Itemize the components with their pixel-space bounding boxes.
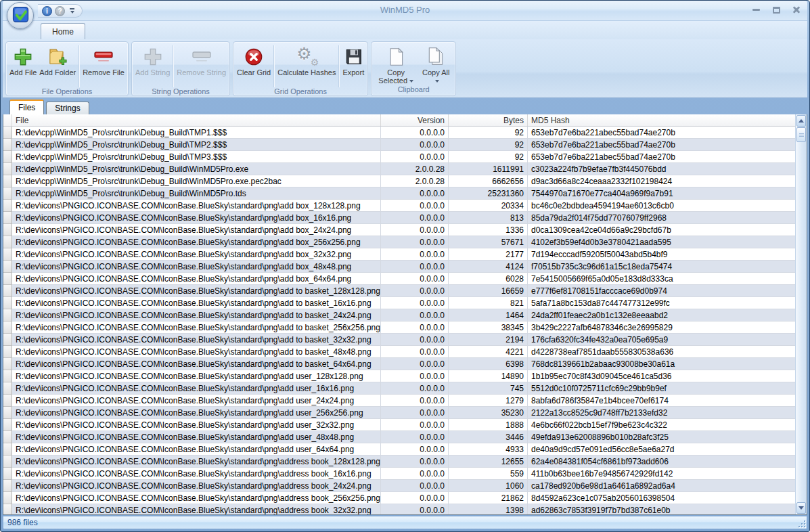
- file-cell: R:\dev\cpp\WinMD5_Pro\src\trunk\Debug_Bu…: [12, 127, 381, 139]
- table-row[interactable]: R:\dev\icons\PNGICO.ICONBASE.COM\IconBas…: [3, 443, 795, 456]
- file-cell: R:\dev\cpp\WinMD5_Pro\src\trunk\Debug_Bu…: [12, 163, 381, 175]
- table-row[interactable]: R:\dev\icons\PNGICO.ICONBASE.COM\IconBas…: [3, 297, 795, 309]
- table-row[interactable]: R:\dev\cpp\WinMD5_Pro\src\trunk\Debug_Bu…: [3, 187, 795, 200]
- copy-all-button[interactable]: Copy All: [418, 43, 453, 85]
- table-row[interactable]: R:\dev\icons\PNGICO.ICONBASE.COM\IconBas…: [3, 419, 795, 431]
- add-folder-button[interactable]: Add Folder: [38, 43, 77, 85]
- remove-string-button[interactable]: Remove String: [175, 43, 227, 85]
- bytes-cell: 1279: [449, 395, 528, 407]
- table-row[interactable]: R:\dev\cpp\WinMD5_Pro\src\trunk\Debug_Bu…: [3, 139, 795, 151]
- table-row[interactable]: R:\dev\icons\PNGICO.ICONBASE.COM\IconBas…: [3, 200, 795, 212]
- table-row[interactable]: R:\dev\icons\PNGICO.ICONBASE.COM\IconBas…: [3, 273, 795, 285]
- hash-cell: 8abfa6d786f35847e1b4bcee70ef6174: [528, 395, 795, 407]
- clear-grid-button[interactable]: Clear Grid: [235, 43, 272, 85]
- table-row[interactable]: R:\dev\icons\PNGICO.ICONBASE.COM\IconBas…: [3, 480, 795, 492]
- separator: [78, 45, 80, 87]
- scroll-down-button[interactable]: [796, 502, 806, 514]
- table-row[interactable]: R:\dev\icons\PNGICO.ICONBASE.COM\IconBas…: [3, 395, 795, 407]
- green-plus-icon: [13, 45, 33, 68]
- bytes-cell: 1398: [449, 504, 528, 514]
- table-row[interactable]: R:\dev\icons\PNGICO.ICONBASE.COM\IconBas…: [3, 285, 795, 297]
- table-row[interactable]: R:\dev\icons\PNGICO.ICONBASE.COM\IconBas…: [3, 322, 795, 334]
- table-row[interactable]: R:\dev\icons\PNGICO.ICONBASE.COM\IconBas…: [3, 492, 795, 504]
- row-header-cell: [3, 504, 12, 514]
- add-string-button[interactable]: Add String: [134, 43, 171, 85]
- table-row[interactable]: R:\dev\icons\PNGICO.ICONBASE.COM\IconBas…: [3, 468, 795, 480]
- version-cell: 0.0.0.0: [381, 285, 449, 297]
- close-button[interactable]: [791, 5, 802, 14]
- tab-home[interactable]: Home: [41, 23, 85, 39]
- column-header-bytes[interactable]: Bytes: [449, 114, 528, 126]
- version-cell: 0.0.0.0: [381, 370, 449, 382]
- row-header-cell: [3, 370, 12, 382]
- calculate-hashes-button[interactable]: ⚙⚙ Calculate Hashes: [276, 43, 337, 85]
- table-row[interactable]: R:\dev\icons\PNGICO.ICONBASE.COM\IconBas…: [3, 334, 795, 346]
- bytes-cell: 14890: [449, 370, 528, 382]
- hash-cell: 24da2ff01feaec2a0b1c132e8eeaabd2: [528, 309, 795, 322]
- minimize-button[interactable]: [750, 5, 761, 14]
- vertical-scrollbar[interactable]: [795, 114, 807, 514]
- table-row[interactable]: R:\dev\cpp\WinMD5_Pro\src\trunk\Debug_Bu…: [3, 151, 795, 163]
- table-row[interactable]: R:\dev\icons\PNGICO.ICONBASE.COM\IconBas…: [3, 236, 795, 248]
- group-file-operations: Add File Add Folder Remove File File Ope…: [5, 41, 129, 96]
- table-row[interactable]: R:\dev\icons\PNGICO.ICONBASE.COM\IconBas…: [3, 224, 795, 236]
- table-row[interactable]: R:\dev\icons\PNGICO.ICONBASE.COM\IconBas…: [3, 370, 795, 382]
- hash-cell: 653eb7d7e6ba221abec55bad74ae270b: [528, 151, 795, 163]
- row-header-cell: [3, 346, 12, 358]
- tab-files[interactable]: Files: [9, 99, 44, 114]
- resize-grip[interactable]: [798, 520, 805, 527]
- copy-selected-button[interactable]: Copy Selected: [374, 43, 418, 85]
- bytes-cell: 38345: [449, 322, 528, 334]
- separator: [338, 45, 340, 87]
- file-cell: R:\dev\icons\PNGICO.ICONBASE.COM\IconBas…: [12, 334, 381, 346]
- file-cell: R:\dev\icons\PNGICO.ICONBASE.COM\IconBas…: [12, 200, 381, 212]
- column-header-file[interactable]: File: [12, 114, 381, 126]
- separator: [173, 45, 174, 87]
- gears-icon: ⚙⚙: [296, 45, 317, 68]
- scrollbar-thumb[interactable]: [796, 127, 806, 142]
- version-cell: 0.0.0.0: [381, 127, 449, 139]
- table-row[interactable]: R:\dev\icons\PNGICO.ICONBASE.COM\IconBas…: [3, 382, 795, 395]
- group-title: String Operations: [132, 87, 229, 97]
- folder-plus-icon: [47, 45, 68, 68]
- table-row[interactable]: R:\dev\icons\PNGICO.ICONBASE.COM\IconBas…: [3, 456, 795, 468]
- table-row[interactable]: R:\dev\icons\PNGICO.ICONBASE.COM\IconBas…: [3, 309, 795, 322]
- version-cell: 2.0.0.28: [381, 175, 449, 187]
- bytes-cell: 745: [449, 382, 528, 395]
- table-row[interactable]: R:\dev\icons\PNGICO.ICONBASE.COM\IconBas…: [3, 261, 795, 273]
- title-bar[interactable]: i ? WinMD5 Pro: [3, 1, 807, 21]
- hash-cell: 176cfa6320fc34fe432a0ea705e695a9: [528, 334, 795, 346]
- table-row[interactable]: R:\dev\icons\PNGICO.ICONBASE.COM\IconBas…: [3, 431, 795, 443]
- application-menu-button[interactable]: [7, 2, 34, 29]
- version-cell: 0.0.0.0: [381, 236, 449, 248]
- table-row[interactable]: R:\dev\cpp\WinMD5_Pro\src\trunk\Debug_Bu…: [3, 175, 795, 187]
- table-row[interactable]: R:\dev\icons\PNGICO.ICONBASE.COM\IconBas…: [3, 212, 795, 224]
- scroll-up-button[interactable]: [796, 115, 806, 127]
- add-file-button[interactable]: Add File: [8, 43, 38, 85]
- column-header-md5[interactable]: MD5 Hash: [528, 114, 795, 126]
- export-button[interactable]: Export: [341, 43, 365, 85]
- table-row[interactable]: R:\dev\icons\PNGICO.ICONBASE.COM\IconBas…: [3, 358, 795, 370]
- table-row[interactable]: R:\dev\icons\PNGICO.ICONBASE.COM\IconBas…: [3, 504, 795, 514]
- maximize-button[interactable]: [771, 5, 782, 14]
- table-row[interactable]: R:\dev\icons\PNGICO.ICONBASE.COM\IconBas…: [3, 248, 795, 261]
- table-row[interactable]: R:\dev\cpp\WinMD5_Pro\src\trunk\Debug_Bu…: [3, 163, 795, 175]
- version-cell: 0.0.0.0: [381, 248, 449, 261]
- version-cell: 0.0.0.0: [381, 200, 449, 212]
- file-cell: R:\dev\icons\PNGICO.ICONBASE.COM\IconBas…: [12, 382, 381, 395]
- column-header-version[interactable]: Version: [381, 114, 449, 126]
- file-cell: R:\dev\cpp\WinMD5_Pro\src\trunk\Debug_Bu…: [12, 175, 381, 187]
- bytes-cell: 559: [449, 468, 528, 480]
- file-cell: R:\dev\icons\PNGICO.ICONBASE.COM\IconBas…: [12, 468, 381, 480]
- tab-strings[interactable]: Strings: [46, 102, 89, 114]
- hash-cell: 653eb7d7e6ba221abec55bad74ae270b: [528, 127, 795, 139]
- group-clipboard: Copy Selected Copy All Clipboard: [371, 41, 456, 96]
- remove-file-button[interactable]: Remove File: [81, 43, 126, 85]
- table-row[interactable]: R:\dev\cpp\WinMD5_Pro\src\trunk\Debug_Bu…: [3, 127, 795, 139]
- app-window: i ? WinMD5 Pro Home Add File: [0, 0, 810, 532]
- table-row[interactable]: R:\dev\icons\PNGICO.ICONBASE.COM\IconBas…: [3, 346, 795, 358]
- table-row[interactable]: R:\dev\icons\PNGICO.ICONBASE.COM\IconBas…: [3, 407, 795, 419]
- version-cell: 0.0.0.0: [381, 504, 449, 514]
- row-header-cell: [3, 248, 12, 261]
- row-header-cell: [3, 395, 12, 407]
